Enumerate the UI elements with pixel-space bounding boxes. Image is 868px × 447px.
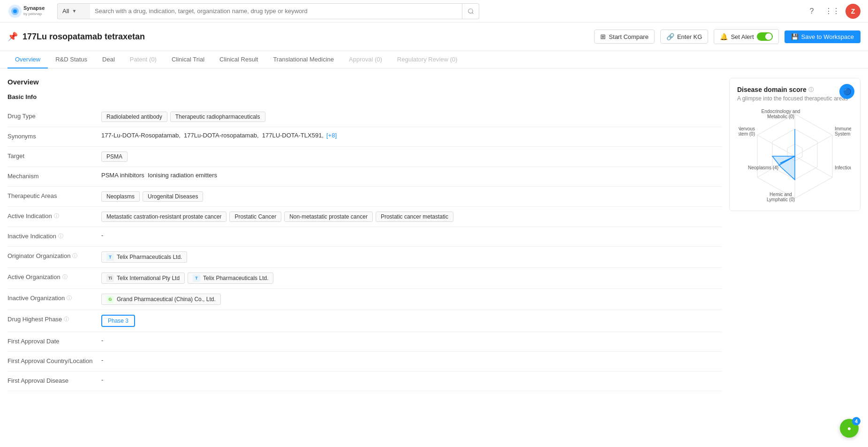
svg-text:Lymphatic (0): Lymphatic (0) [767, 197, 795, 202]
tab-translational-medicine[interactable]: Translational Medicine [265, 51, 341, 68]
tab-approval[interactable]: Approval (0) [341, 51, 390, 68]
svg-text:Endocrinology and: Endocrinology and [762, 109, 800, 114]
tab-rd-status[interactable]: R&D Status [48, 51, 95, 68]
drug-type-value: Radiolabeled antibody Therapeutic radiop… [101, 112, 722, 122]
first-approval-country-text: - [101, 356, 103, 364]
first-approval-country-label: First Approval Country/Location [8, 356, 101, 364]
drug-phase-help-icon: ⓘ [64, 316, 69, 323]
first-approval-country-value: - [101, 356, 722, 364]
tag-prostatic-metastatic[interactable]: Prostatic cancer metastatic [376, 212, 453, 222]
search-button[interactable] [462, 3, 479, 19]
inactive-indication-help-icon: ⓘ [58, 233, 63, 240]
inactive-org-label: Inactive Organization ⓘ [8, 294, 101, 302]
tab-overview[interactable]: Overview [8, 51, 48, 68]
synonym-1: 177-Lu-DOTA-Rosopatamab, 177Lu-DOTA-roso… [101, 132, 324, 139]
target-value: PSMA [101, 152, 722, 162]
logo[interactable]: Synapse by patsnap [8, 4, 50, 19]
tag-non-metastatic[interactable]: Non-metastatic prostate cancer [284, 212, 373, 222]
subsection-title: Basic Info [8, 93, 722, 100]
tab-patent[interactable]: Patent (0) [122, 51, 164, 68]
first-approval-date-label: First Approval Date [8, 337, 101, 345]
user-avatar[interactable]: Z [845, 4, 860, 19]
svg-text:Metabolic (0): Metabolic (0) [767, 114, 794, 119]
save-workspace-button[interactable]: 💾 Save to Workspace [785, 30, 860, 43]
inactive-indication-value: - [101, 232, 722, 239]
svg-point-2 [13, 9, 17, 13]
inactive-indication-row: Inactive Indication ⓘ - [8, 227, 722, 247]
tag-prostatic-cancer[interactable]: Prostatic Cancer [229, 212, 281, 222]
svg-text:Hemic and: Hemic and [770, 192, 792, 197]
tab-clinical-result[interactable]: Clinical Result [212, 51, 265, 68]
tag-psma[interactable]: PSMA [101, 152, 128, 162]
tag-urogenital[interactable]: Urogenital Diseases [143, 191, 203, 202]
target-label: Target [8, 152, 101, 159]
save-icon: 💾 [791, 33, 799, 40]
radar-chart-container: Endocrinology and Metabolic (0) Immune S… [739, 109, 851, 203]
mechanism-row: Mechanism PSMA inhibitors Ionising radia… [8, 167, 722, 187]
drug-name: 177Lu rosopatamab tetraxetan [23, 32, 594, 42]
set-alert-toggle-container: 🔔 Set Alert [714, 29, 778, 44]
active-indication-help-icon: ⓘ [54, 212, 59, 220]
synonyms-more[interactable]: [+8] [326, 132, 337, 139]
tab-clinical-trial[interactable]: Clinical Trial [164, 51, 212, 68]
org-grand-pharma[interactable]: G Grand Pharmaceutical (China) Co., Ltd. [101, 294, 221, 305]
help-icon-button[interactable]: ? [804, 4, 819, 19]
telix-logo: T [106, 253, 114, 261]
tab-regulatory-review[interactable]: Regulatory Review (0) [390, 51, 465, 68]
apps-icon-button[interactable]: ⋮⋮ [825, 4, 840, 19]
search-input[interactable] [90, 3, 462, 19]
originator-org-value: T Telix Pharmaceuticals Ltd. [101, 251, 722, 263]
org-telix-pharma[interactable]: T Telix Pharmaceuticals Ltd. [101, 251, 187, 263]
therapeutic-areas-label: Therapeutic Areas [8, 191, 101, 199]
drug-pin-icon: 📌 [8, 31, 18, 42]
org-telix-pharma-2[interactable]: T Telix Pharmaceuticals Ltd. [188, 273, 273, 284]
drug-title-bar: 📌 177Lu rosopatamab tetraxetan ⊞ Start C… [0, 23, 868, 51]
active-org-label: Active Organization ⓘ [8, 273, 101, 280]
tag-therapeutic-radio: Therapeutic radiopharmaceuticals [170, 112, 265, 122]
disease-domain-title: Disease domain score ⓘ [737, 86, 853, 93]
radar-chart: Endocrinology and Metabolic (0) Immune S… [739, 109, 851, 203]
svg-text:Infectious (0): Infectious (0) [835, 165, 851, 170]
telix-intl-logo: Ti [106, 274, 114, 282]
title-actions: ⊞ Start Compare 🔗 Enter KG 🔔 Set Alert 💾… [594, 29, 860, 44]
originator-org-row: Originator Organization ⓘ T Telix Pharma… [8, 247, 722, 268]
svg-text:System (0): System (0) [835, 131, 851, 136]
org-telix-intl[interactable]: Ti Telix International Pty Ltd [101, 273, 185, 284]
svg-text:Nervous: Nervous [739, 126, 755, 131]
first-approval-date-value: - [101, 337, 722, 344]
inactive-org-row: Inactive Organization ⓘ G Grand Pharmace… [8, 289, 722, 310]
inactive-indication-text: - [101, 232, 103, 239]
content-left: Overview Basic Info Drug Type Radiolabel… [8, 78, 722, 391]
mechanism-text: PSMA inhibitors Ionising radiation emitt… [101, 172, 217, 179]
synonyms-label: Synonyms [8, 132, 101, 140]
tag-mcrpc[interactable]: Metastatic castration-resistant prostate… [101, 212, 226, 222]
compare-icon: ⊞ [600, 33, 606, 40]
first-approval-disease-label: First Approval Disease [8, 376, 101, 384]
synonyms-value: 177-Lu-DOTA-Rosopatamab, 177Lu-DOTA-roso… [101, 132, 722, 139]
drug-type-label: Drug Type [8, 112, 101, 120]
disease-domain-panel: 🔵 Disease domain score ⓘ A glimpse into … [729, 78, 860, 211]
inactive-org-help-icon: ⓘ [67, 295, 72, 302]
search-filter-select[interactable]: All ▼ [57, 3, 90, 19]
nav-icons: ? ⋮⋮ Z [804, 4, 860, 19]
disease-domain-help-icon: ⓘ [808, 86, 814, 93]
start-compare-button[interactable]: ⊞ Start Compare [594, 30, 655, 44]
first-approval-disease-value: - [101, 376, 722, 383]
tag-neoplasms[interactable]: Neoplasms [101, 191, 140, 202]
drug-highest-phase-label: Drug Highest Phase ⓘ [8, 315, 101, 323]
alert-icon: 🔔 [720, 33, 728, 40]
tab-deal[interactable]: Deal [95, 51, 122, 68]
svg-point-5 [468, 8, 472, 13]
drug-highest-phase-value: Phase 3 [101, 315, 722, 327]
therapeutic-areas-value: Neoplasms Urogenital Diseases [101, 191, 722, 202]
set-alert-toggle[interactable] [757, 32, 773, 41]
active-org-help-icon: ⓘ [62, 273, 68, 280]
active-indication-label: Active Indication ⓘ [8, 212, 101, 220]
panel-corner-icon[interactable]: 🔵 [839, 84, 854, 99]
first-approval-date-text: - [101, 337, 103, 344]
enter-kg-button[interactable]: 🔗 Enter KG [660, 30, 708, 44]
search-filter-value: All [62, 8, 69, 15]
drug-type-row: Drug Type Radiolabeled antibody Therapeu… [8, 107, 722, 127]
originator-org-help-icon: ⓘ [72, 252, 77, 259]
active-org-row: Active Organization ⓘ Ti Telix Internati… [8, 268, 722, 289]
